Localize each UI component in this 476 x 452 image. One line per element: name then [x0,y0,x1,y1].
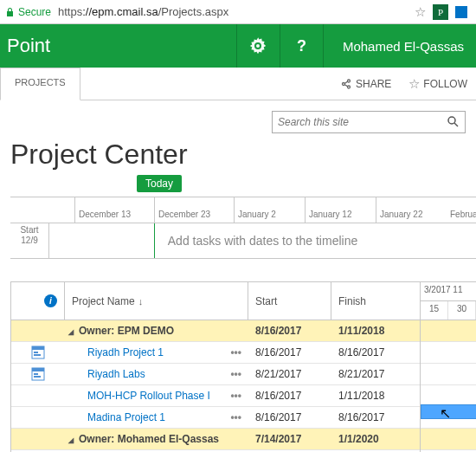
sort-desc-icon: ↓ [135,296,144,307]
secure-label: Secure [18,6,51,18]
magnifier-icon [447,115,459,127]
ribbon: PROJECTS SHARE ☆ FOLLOW [0,68,476,100]
svg-text:P: P [438,7,443,17]
row-menu-icon[interactable]: ••• [227,390,248,402]
col-start[interactable]: Start [248,282,331,320]
row-menu-icon[interactable]: ••• [227,368,248,380]
timeline-hint[interactable]: Add tasks with dates to the timeline [48,223,476,258]
col-finish[interactable]: Finish [331,282,420,320]
page-title: Project Center [10,139,476,171]
project-row[interactable]: MOH-HCP Rollout Phase I••• 8/16/2017 1/1… [11,385,420,407]
brand-label: Point [0,35,236,57]
col-info[interactable]: i [11,282,65,320]
timeline-tick: January 2 [234,197,276,223]
svg-rect-2 [455,6,467,18]
collapse-icon[interactable] [68,433,77,445]
browser-address-bar: Secure https://epm.cmail.sa/Projects.asp… [0,0,476,24]
gantt-subheader: 1530 [421,301,476,320]
publisher-icon[interactable]: P [433,4,448,20]
secure-indicator: Secure [3,6,51,18]
question-icon: ? [297,37,306,55]
col-project-name[interactable]: Project Name↓ [65,282,248,320]
project-link[interactable]: MOH-HCP Rollout Phase I [68,390,210,402]
outlook-icon[interactable] [455,4,467,20]
url-field[interactable]: https://epm.cmail.sa/Projects.aspx [51,5,415,18]
project-row[interactable]: Riyadh Labs••• 8/21/2017 8/21/2017 [11,364,420,385]
collapse-icon[interactable] [68,325,77,337]
settings-button[interactable] [236,24,280,68]
follow-button[interactable]: ☆ FOLLOW [400,68,476,100]
svg-line-4 [454,123,458,126]
share-button[interactable]: SHARE [331,68,400,100]
star-icon: ☆ [408,76,420,92]
gear-icon [249,37,267,55]
search-box[interactable] [272,111,466,133]
project-link[interactable]: Riyadh Labs [68,368,145,380]
svg-point-3 [448,117,455,124]
svg-rect-12 [34,376,41,378]
timeline-tick: February [447,197,476,223]
svg-rect-8 [34,354,41,356]
suite-bar: Point ? Mohamed El-Qassas [0,24,476,68]
svg-rect-11 [34,373,38,375]
site-icon [30,366,46,382]
timeline-tick: December 13 [74,197,131,223]
timeline[interactable]: Today December 13 December 23 January 2 … [10,197,476,259]
svg-rect-6 [32,346,44,350]
timeline-tick: December 23 [154,197,210,223]
cursor-icon: ↖ [440,405,451,422]
tab-projects[interactable]: PROJECTS [0,68,80,100]
svg-rect-10 [32,368,44,371]
bookmark-star-icon[interactable]: ☆ [415,4,426,20]
project-row[interactable]: Riyadh Project 1••• 8/16/2017 8/16/2017 [11,342,420,364]
svg-rect-7 [34,352,38,353]
info-icon: i [44,294,57,307]
share-icon [340,78,352,90]
search-input[interactable] [273,116,441,128]
gantt-header: 3/2017 11 [421,282,476,301]
search-button[interactable] [441,115,465,130]
timeline-scale: December 13 December 23 January 2 Januar… [10,197,476,223]
lock-icon [5,7,15,17]
gantt-rows [421,320,476,452]
user-menu[interactable]: Mohamed El-Qassas [323,24,476,68]
project-grid[interactable]: i Project Name↓ Start Finish Owner: EPM … [10,281,421,452]
site-icon [30,345,46,360]
timeline-tick: January 12 [305,197,351,223]
project-row[interactable]: Madina Project 1••• 8/16/2017 8/16/2017 [11,407,420,429]
help-button[interactable]: ? [280,24,323,68]
row-menu-icon[interactable]: ••• [227,411,248,423]
grid-header: i Project Name↓ Start Finish [11,282,420,320]
group-row[interactable]: Owner: EPM DEMO 8/16/2017 1/11/2018 [11,320,420,342]
timeline-tick: January 22 [376,197,422,223]
project-link[interactable]: Riyadh Project 1 [68,346,164,358]
today-marker: Today [137,175,182,192]
project-link[interactable]: Madina Project 1 [68,411,165,423]
gantt-pane[interactable]: 3/2017 11 1530 ↖ [421,281,476,452]
timeline-start: Start 12/9 [10,223,48,258]
group-row[interactable]: Owner: Mohamed El-Qassas 7/14/2017 1/1/2… [11,429,420,450]
row-menu-icon[interactable]: ••• [227,346,248,358]
